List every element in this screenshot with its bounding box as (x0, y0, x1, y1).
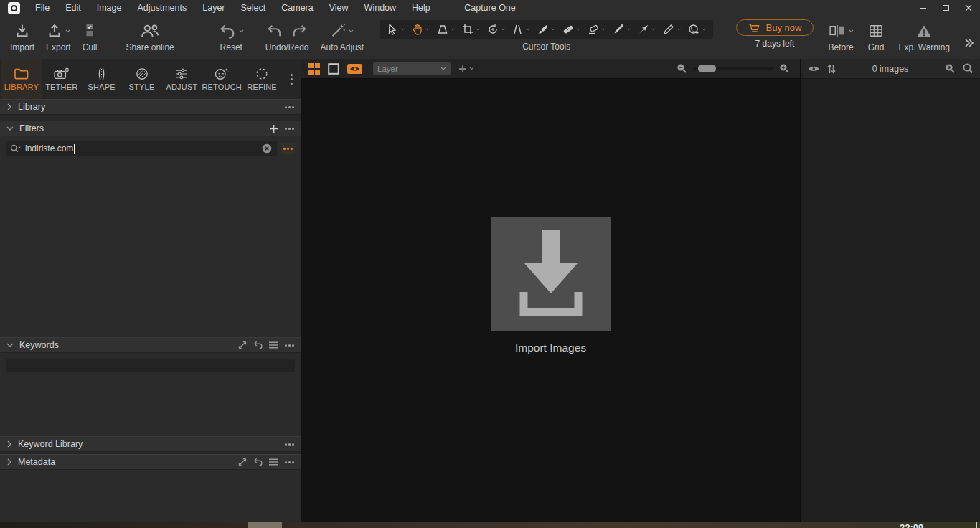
draw-mask-tool[interactable] (610, 22, 633, 37)
keyword-library-actions-button[interactable] (285, 443, 294, 446)
search-options-button[interactable] (281, 143, 295, 154)
menu-window[interactable]: Window (357, 0, 404, 16)
filter-search-input[interactable]: indiriste.com (6, 141, 277, 156)
spot-brush-tool[interactable] (534, 22, 558, 37)
filters-section-header[interactable]: Filters (0, 121, 301, 136)
library-folder-icon (14, 67, 29, 80)
grid-toggle[interactable]: Grid (868, 19, 885, 52)
filters-actions-button[interactable] (285, 128, 294, 130)
loupe-icon (437, 24, 448, 35)
menu-view[interactable]: View (321, 0, 357, 16)
presets-menu-icon[interactable] (269, 341, 278, 349)
keywords-input[interactable] (6, 359, 295, 372)
brush-icon (537, 24, 549, 35)
magic-mask-tool[interactable] (635, 22, 659, 37)
reset-button[interactable]: Reset (219, 16, 244, 59)
auto-adjust-button[interactable]: Auto Adjust (320, 16, 364, 59)
adjust-sliders-icon (174, 67, 189, 80)
shape-icon (95, 67, 109, 80)
toolbar-overflow-button[interactable] (964, 39, 974, 47)
copy-adjustment-icon[interactable] (238, 341, 247, 349)
crop-tool[interactable] (459, 22, 483, 37)
zoom-slider[interactable] (693, 67, 773, 70)
menu-file[interactable]: File (27, 0, 57, 16)
tab-style[interactable]: STYLE (122, 59, 162, 99)
warning-triangle-icon (916, 24, 932, 38)
close-button[interactable] (957, 0, 980, 16)
maximize-button[interactable] (934, 0, 957, 16)
menu-camera[interactable]: Camera (273, 0, 321, 16)
undo-redo-buttons[interactable]: Undo/Redo (265, 16, 309, 59)
export-button[interactable]: Export (46, 16, 71, 59)
chevron-down-icon (476, 28, 480, 31)
zoom-slider-handle[interactable] (698, 65, 716, 72)
loupe-tool[interactable] (434, 22, 458, 37)
close-icon (965, 4, 972, 11)
tab-adjust[interactable]: ADJUST (161, 59, 202, 99)
copy-adjustment-icon[interactable] (238, 458, 247, 466)
browser-thumbnails-area[interactable] (801, 79, 980, 528)
add-filter-button[interactable] (269, 124, 278, 133)
library-actions-button[interactable] (285, 106, 294, 108)
menu-image[interactable]: Image (89, 0, 130, 16)
cull-button[interactable]: Cull (83, 16, 98, 59)
cull-icon (83, 23, 97, 39)
metadata-section-header[interactable]: Metadata (0, 454, 301, 470)
buy-now-label: Buy now (766, 22, 802, 33)
tab-shape[interactable]: SHAPE (82, 59, 122, 99)
reset-tool-icon[interactable] (253, 341, 263, 349)
multi-view-button[interactable] (308, 63, 320, 75)
menu-adjustments[interactable]: Adjustments (129, 0, 194, 16)
keywords-actions-button[interactable] (285, 344, 294, 346)
single-view-button[interactable] (328, 63, 339, 75)
clear-search-button[interactable] (262, 143, 272, 154)
import-images-label: Import Images (515, 341, 586, 354)
menu-edit[interactable]: Edit (57, 0, 89, 16)
erase-tool[interactable] (585, 22, 608, 37)
browser-zoom-button[interactable] (945, 63, 956, 74)
exposure-warning-toggle[interactable]: Exp. Warning (898, 19, 950, 52)
pan-tool[interactable] (409, 22, 433, 37)
chevron-down-icon (440, 67, 446, 70)
pen-tool[interactable] (660, 22, 684, 37)
keyword-library-section-header[interactable]: Keyword Library (0, 436, 301, 452)
zoom-out-icon[interactable] (677, 63, 687, 74)
tab-refine[interactable]: REFINE (242, 59, 282, 99)
menu-help[interactable]: Help (404, 0, 438, 16)
chevron-down-icon (601, 28, 606, 31)
keywords-section-header[interactable]: Keywords (0, 337, 301, 353)
browser-search-button[interactable] (963, 63, 974, 74)
library-section-header[interactable]: Library (0, 99, 301, 115)
video-timeline-strip[interactable]: 22:09 (0, 522, 980, 528)
import-button[interactable]: Import (10, 16, 34, 59)
share-online-button[interactable]: Share online (126, 16, 174, 59)
menu-layer[interactable]: Layer (194, 0, 232, 16)
sort-order-button[interactable] (827, 64, 836, 74)
buy-now-button[interactable]: Buy now (736, 19, 814, 36)
browser-filter-eye-button[interactable] (808, 65, 820, 73)
chevron-right-icon (6, 458, 12, 466)
heal-tool[interactable] (560, 22, 583, 37)
reset-tool-icon[interactable] (253, 458, 263, 466)
before-toggle[interactable]: Before (828, 19, 853, 52)
chevron-down-icon (451, 28, 455, 31)
metadata-actions-button[interactable] (285, 461, 294, 463)
tab-library[interactable]: LIBRARY (1, 59, 42, 99)
minimize-button[interactable] (911, 0, 934, 16)
browser-panel: 0 images (800, 59, 980, 528)
proof-view-button[interactable] (347, 63, 362, 75)
tool-tabs-menu-button[interactable] (282, 59, 301, 99)
maximize-icon (943, 5, 949, 11)
import-images-dropzone[interactable] (491, 217, 611, 331)
rotate-tool[interactable] (484, 22, 508, 37)
presets-menu-icon[interactable] (269, 458, 278, 466)
zoom-in-icon[interactable] (779, 63, 790, 74)
select-tool[interactable] (384, 22, 407, 37)
add-layer-button[interactable] (458, 65, 474, 73)
red-eye-tool[interactable] (685, 22, 709, 37)
tab-retouch[interactable]: RETOUCH (202, 59, 242, 99)
tab-tether[interactable]: TETHER (42, 59, 82, 99)
menu-select[interactable]: Select (233, 0, 274, 16)
straighten-tool[interactable] (509, 22, 533, 37)
layer-select[interactable]: Layer (373, 62, 451, 75)
